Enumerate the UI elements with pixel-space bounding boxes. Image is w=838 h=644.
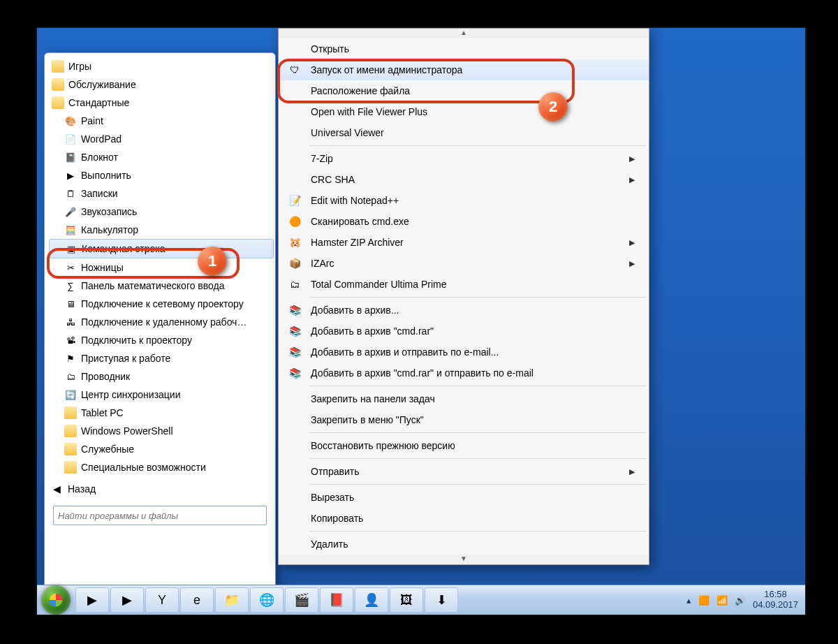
start-orb[interactable] bbox=[41, 585, 71, 615]
ctx-item[interactable]: Open with File Viewer Plus bbox=[279, 101, 649, 122]
taskbar-button[interactable]: 📁 bbox=[215, 587, 249, 613]
separator bbox=[309, 297, 646, 298]
ctx-item[interactable]: 📚Добавить в архив... bbox=[279, 300, 649, 321]
ctx-item[interactable]: 🗂Total Commander Ultima Prime bbox=[279, 274, 649, 295]
program-run[interactable]: ▶Выполнить bbox=[49, 166, 274, 184]
ctx-item-label: Удалить bbox=[311, 539, 635, 550]
folder-system[interactable]: Служебные bbox=[49, 440, 274, 458]
network-icon[interactable]: 📶 bbox=[716, 595, 728, 606]
ctx-item-label: Отправить bbox=[311, 466, 629, 477]
program-wordpad[interactable]: 📄WordPad bbox=[49, 130, 274, 148]
mic-icon: 🎤 bbox=[64, 205, 77, 218]
math-icon: ∑ bbox=[64, 279, 77, 292]
scroll-up-arrow[interactable]: ▲ bbox=[279, 29, 649, 38]
ctx-item[interactable]: Закрепить на панели задач bbox=[279, 388, 649, 409]
program-mathinput[interactable]: ∑Панель математического ввода bbox=[49, 277, 274, 295]
program-calc[interactable]: 🧮Калькулятор bbox=[49, 221, 274, 239]
ctx-item-label: Закрепить в меню "Пуск" bbox=[311, 414, 635, 425]
ctx-item[interactable]: 🟠Сканировать cmd.exe bbox=[279, 211, 649, 232]
program-netproj[interactable]: 🖥Подключение к сетевому проектору bbox=[49, 295, 274, 313]
folder-icon bbox=[52, 60, 64, 73]
program-cmd[interactable]: ▣Командная строка bbox=[49, 239, 274, 258]
ctx-item-label: Открыть bbox=[311, 43, 635, 54]
taskbar-button[interactable]: Y bbox=[145, 587, 179, 613]
run-icon: ▶ bbox=[64, 169, 77, 182]
program-notepad[interactable]: 📓Блокнот bbox=[49, 148, 274, 166]
taskbar-button[interactable]: e bbox=[180, 587, 214, 613]
tray-icon[interactable]: 🟧 bbox=[698, 595, 710, 606]
ctx-item[interactable]: Открыть bbox=[279, 38, 649, 59]
folder-label: Стандартные bbox=[68, 97, 129, 108]
folder-games[interactable]: Игры bbox=[49, 57, 274, 75]
system-tray: ▴ 🟧 📶 🔊 16:58 04.09.2017 bbox=[679, 590, 805, 610]
ctx-item[interactable]: 7-Zip▶ bbox=[279, 148, 649, 169]
folder-accessories[interactable]: Стандартные bbox=[49, 94, 274, 112]
taskbar-button[interactable]: ⬇ bbox=[425, 587, 458, 613]
folder-powershell[interactable]: Windows PowerShell bbox=[49, 422, 274, 440]
scroll-down-arrow[interactable]: ▼ bbox=[279, 555, 649, 564]
folder-label: Игры bbox=[68, 61, 91, 72]
program-paint[interactable]: 🎨Paint bbox=[49, 112, 274, 130]
ctx-item[interactable]: Расположение файла bbox=[279, 80, 649, 101]
program-getting-started[interactable]: ⚑Приступая к работе bbox=[49, 349, 274, 367]
program-snip[interactable]: ✂Ножницы bbox=[49, 258, 274, 277]
ctx-item[interactable]: 📦IZArc▶ bbox=[279, 253, 649, 274]
ctx-item[interactable]: 📚Добавить в архив "cmd.rar" bbox=[279, 321, 649, 342]
ctx-item[interactable]: Копировать bbox=[279, 508, 649, 529]
program-label: Приступая к работе bbox=[81, 353, 170, 364]
taskbar-button[interactable]: ▶ bbox=[75, 587, 109, 613]
program-label: Paint bbox=[81, 115, 103, 126]
ctx-item[interactable]: Вырезать bbox=[279, 487, 649, 508]
program-projector[interactable]: 📽Подключить к проектору bbox=[49, 331, 274, 349]
taskbar-button[interactable]: 🌐 bbox=[250, 587, 284, 613]
ctx-item[interactable]: Universal Viewer bbox=[279, 122, 649, 143]
ctx-item-icon: 📚 bbox=[284, 325, 305, 337]
ctx-item[interactable]: 📚Добавить в архив и отправить по e-mail.… bbox=[279, 342, 649, 363]
taskbar-button[interactable]: 👤 bbox=[355, 587, 388, 613]
program-soundrec[interactable]: 🎤Звукозапись bbox=[49, 203, 274, 221]
ctx-item[interactable]: Удалить bbox=[279, 534, 649, 555]
program-explorer[interactable]: 🗂Проводник bbox=[49, 367, 274, 386]
program-label: Подключить к проектору bbox=[81, 335, 192, 346]
ctx-item-label: Восстановить прежнюю версию bbox=[311, 440, 635, 451]
folder-icon bbox=[52, 78, 64, 91]
taskbar-button[interactable]: 🖼 bbox=[390, 587, 423, 613]
ctx-item[interactable]: CRC SHA▶ bbox=[279, 169, 649, 190]
separator bbox=[309, 531, 646, 532]
tray-expand-icon[interactable]: ▴ bbox=[686, 595, 691, 606]
folder-service[interactable]: Обслуживание bbox=[49, 75, 274, 94]
ctx-item[interactable]: 🛡Запуск от имени администратора bbox=[279, 59, 649, 80]
ctx-item-label: Добавить в архив и отправить по e-mail..… bbox=[311, 346, 635, 358]
taskbar-button[interactable]: 📕 bbox=[320, 587, 353, 613]
cmd-icon: ▣ bbox=[65, 242, 78, 255]
program-label: Подключение к сетевому проектору bbox=[81, 298, 244, 309]
ctx-item-icon: 🗂 bbox=[284, 279, 305, 290]
folder-icon bbox=[52, 96, 64, 109]
flag-icon: ⚑ bbox=[64, 352, 77, 365]
ctx-item[interactable]: 🐹Hamster ZIP Archiver▶ bbox=[279, 232, 649, 253]
ctx-item-label: IZArc bbox=[311, 258, 629, 269]
search-input[interactable] bbox=[53, 506, 267, 525]
volume-icon[interactable]: 🔊 bbox=[735, 595, 746, 606]
program-rdp[interactable]: 🖧Подключение к удаленному рабоч… bbox=[49, 313, 274, 331]
folder-tabletpc[interactable]: Tablet PC bbox=[49, 404, 274, 422]
folder-accessibility[interactable]: Специальные возможности bbox=[49, 458, 274, 476]
program-label: Панель математического ввода bbox=[81, 280, 225, 291]
program-label: Выполнить bbox=[81, 170, 131, 181]
sync-icon: 🔄 bbox=[64, 388, 77, 401]
program-label: Калькулятор bbox=[81, 224, 138, 235]
program-sticky[interactable]: 🗒Записки bbox=[49, 184, 274, 203]
ctx-item[interactable]: 📝Edit with Notepad++ bbox=[279, 190, 649, 211]
program-sync[interactable]: 🔄Центр синхронизации bbox=[49, 386, 274, 404]
back-button[interactable]: ◀ Назад bbox=[45, 479, 275, 499]
program-label: Центр синхронизации bbox=[81, 389, 181, 400]
ctx-item[interactable]: 📚Добавить в архив "cmd.rar" и отправить … bbox=[279, 363, 649, 383]
programs-list: Игры Обслуживание Стандартные 🎨Paint 📄Wo… bbox=[45, 53, 275, 476]
ctx-item[interactable]: Закрепить в меню "Пуск" bbox=[279, 409, 649, 430]
ctx-item[interactable]: Отправить▶ bbox=[279, 461, 649, 482]
taskbar-button[interactable]: ▶ bbox=[110, 587, 144, 613]
taskbar-button[interactable]: 🎬 bbox=[285, 587, 318, 613]
ctx-item[interactable]: Восстановить прежнюю версию bbox=[279, 435, 649, 456]
badge-step-2: 2 bbox=[538, 92, 568, 122]
clock[interactable]: 16:58 04.09.2017 bbox=[753, 590, 798, 610]
